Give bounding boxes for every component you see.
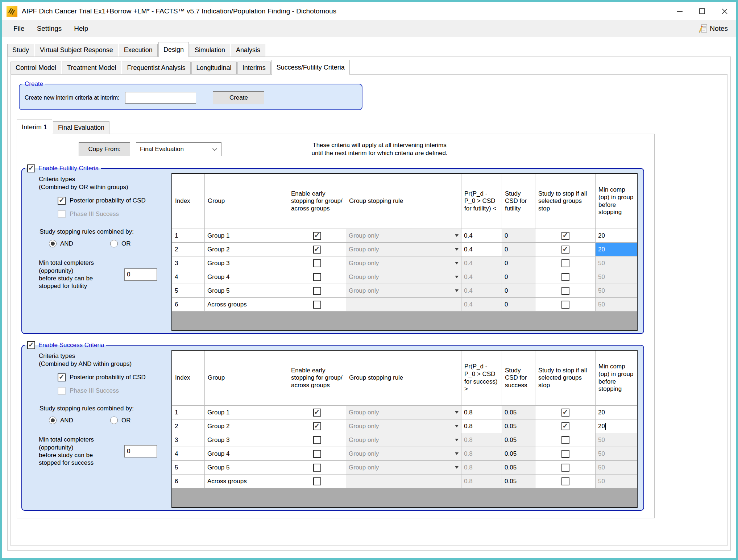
cell-pr-threshold[interactable]: 0.8 bbox=[461, 406, 502, 419]
tab-success-futility-criteria[interactable]: Success/Futility Criteria bbox=[271, 60, 350, 75]
cell-min-comp[interactable]: 50 bbox=[596, 433, 637, 447]
cell-group[interactable]: Group 2 bbox=[205, 419, 288, 433]
cell-study-to-stop[interactable] bbox=[535, 298, 596, 312]
cell-study-to-stop[interactable] bbox=[535, 284, 596, 298]
enable-early-stopping-checkbox[interactable] bbox=[313, 422, 321, 430]
notes-button[interactable]: Notes bbox=[695, 22, 731, 35]
cell-pr-threshold[interactable]: 0.4 bbox=[461, 243, 502, 256]
study-to-stop-checkbox[interactable] bbox=[561, 409, 569, 417]
cell-group[interactable]: Group 5 bbox=[205, 284, 288, 298]
cell-min-comp[interactable]: 50 bbox=[596, 284, 637, 298]
cell-study-to-stop[interactable] bbox=[535, 270, 596, 284]
cell-index[interactable]: 4 bbox=[172, 447, 205, 461]
tab-interim-1[interactable]: Interim 1 bbox=[17, 120, 52, 134]
cell-pr-threshold[interactable]: 0.8 bbox=[461, 461, 502, 475]
cell-study-csd[interactable]: 0 bbox=[502, 284, 535, 298]
cell-enable-early-stopping[interactable] bbox=[288, 447, 346, 461]
cell-pr-threshold[interactable]: 0.8 bbox=[461, 419, 502, 433]
cell-group[interactable]: Group 1 bbox=[205, 406, 288, 419]
cell-min-comp[interactable]: 20 bbox=[596, 243, 637, 256]
maximize-button[interactable] bbox=[691, 2, 713, 20]
cell-group[interactable]: Group 4 bbox=[205, 447, 288, 461]
cell-study-to-stop[interactable] bbox=[535, 406, 596, 419]
cell-study-csd[interactable]: 0 bbox=[502, 256, 535, 270]
cell-min-comp[interactable]: 50 bbox=[596, 447, 637, 461]
cell-group-stopping-rule[interactable]: Group only bbox=[346, 229, 461, 243]
cell-study-to-stop[interactable] bbox=[535, 461, 596, 475]
enable-early-stopping-checkbox[interactable] bbox=[313, 477, 321, 485]
create-button[interactable]: Create bbox=[213, 91, 264, 104]
enable-early-stopping-checkbox[interactable] bbox=[313, 464, 321, 472]
cell-enable-early-stopping[interactable] bbox=[288, 243, 346, 256]
cell-pr-threshold[interactable]: 0.8 bbox=[461, 447, 502, 461]
cell-pr-threshold[interactable]: 0.8 bbox=[461, 433, 502, 447]
cell-pr-threshold[interactable]: 0.4 bbox=[461, 229, 502, 243]
cell-group[interactable]: Across groups bbox=[205, 475, 288, 488]
cell-group-stopping-rule[interactable]: Group only bbox=[346, 284, 461, 298]
study-to-stop-checkbox[interactable] bbox=[561, 246, 569, 254]
copy-from-select[interactable]: Final Evaluation bbox=[136, 142, 221, 156]
cell-study-to-stop[interactable] bbox=[535, 475, 596, 488]
cell-group[interactable]: Group 5 bbox=[205, 461, 288, 475]
cell-study-csd[interactable]: 0.05 bbox=[502, 433, 535, 447]
cell-group-stopping-rule[interactable]: Group only bbox=[346, 419, 461, 433]
cell-enable-early-stopping[interactable] bbox=[288, 475, 346, 488]
tab-execution[interactable]: Execution bbox=[119, 44, 158, 57]
cell-group-stopping-rule[interactable]: Group only bbox=[346, 243, 461, 256]
tab-analysis[interactable]: Analysis bbox=[231, 44, 265, 57]
cell-enable-early-stopping[interactable] bbox=[288, 298, 346, 312]
combine-or-radio[interactable] bbox=[110, 417, 118, 424]
tab-control-model[interactable]: Control Model bbox=[11, 62, 61, 74]
cell-enable-early-stopping[interactable] bbox=[288, 256, 346, 270]
cell-group-stopping-rule[interactable]: Group only bbox=[346, 433, 461, 447]
cell-enable-early-stopping[interactable] bbox=[288, 406, 346, 419]
cell-study-to-stop[interactable] bbox=[535, 256, 596, 270]
cell-enable-early-stopping[interactable] bbox=[288, 433, 346, 447]
cell-index[interactable]: 1 bbox=[172, 406, 205, 419]
copy-from-button[interactable]: Copy From: bbox=[79, 142, 130, 156]
cell-group-stopping-rule[interactable]: Group only bbox=[346, 406, 461, 419]
combine-and-radio[interactable] bbox=[49, 240, 57, 247]
cell-index[interactable]: 5 bbox=[172, 284, 205, 298]
cell-min-comp[interactable]: 50 bbox=[596, 461, 637, 475]
cell-study-csd[interactable]: 0.05 bbox=[502, 461, 535, 475]
tab-interims[interactable]: Interims bbox=[237, 62, 271, 74]
combine-and-radio[interactable] bbox=[49, 417, 57, 424]
cell-enable-early-stopping[interactable] bbox=[288, 461, 346, 475]
cell-index[interactable]: 2 bbox=[172, 243, 205, 256]
cell-index[interactable]: 2 bbox=[172, 419, 205, 433]
cell-min-comp[interactable]: 20 bbox=[596, 419, 637, 433]
tab-treatment-model[interactable]: Treatment Model bbox=[62, 62, 121, 74]
cell-study-to-stop[interactable] bbox=[535, 433, 596, 447]
min-completers-input[interactable] bbox=[124, 268, 157, 281]
cell-min-comp[interactable]: 20 bbox=[596, 229, 637, 243]
cell-study-to-stop[interactable] bbox=[535, 419, 596, 433]
cell-index[interactable]: 1 bbox=[172, 229, 205, 243]
study-to-stop-checkbox[interactable] bbox=[561, 232, 569, 240]
menu-item-help[interactable]: Help bbox=[68, 22, 94, 35]
menu-item-settings[interactable]: Settings bbox=[31, 22, 68, 35]
combine-or-radio[interactable] bbox=[110, 240, 118, 247]
cell-index[interactable]: 5 bbox=[172, 461, 205, 475]
cell-min-comp[interactable]: 50 bbox=[596, 298, 637, 312]
cell-group-stopping-rule[interactable]: Group only bbox=[346, 270, 461, 284]
tab-study[interactable]: Study bbox=[7, 44, 34, 57]
cell-min-comp[interactable]: 20 bbox=[596, 406, 637, 419]
tab-frequentist-analysis[interactable]: Frequentist Analysis bbox=[122, 62, 190, 74]
cell-study-csd[interactable]: 0 bbox=[502, 270, 535, 284]
cell-group-stopping-rule[interactable]: Group only bbox=[346, 447, 461, 461]
study-to-stop-checkbox[interactable] bbox=[561, 422, 569, 430]
study-to-stop-checkbox[interactable] bbox=[561, 273, 569, 281]
cell-study-csd[interactable]: 0 bbox=[502, 298, 535, 312]
cell-study-csd[interactable]: 0.05 bbox=[502, 419, 535, 433]
enable-early-stopping-checkbox[interactable] bbox=[313, 287, 321, 295]
cell-study-csd[interactable]: 0.05 bbox=[502, 475, 535, 488]
cell-pr-threshold[interactable]: 0.8 bbox=[461, 475, 502, 488]
cell-group[interactable]: Across groups bbox=[205, 298, 288, 312]
cell-study-csd[interactable]: 0 bbox=[502, 243, 535, 256]
min-completers-input[interactable] bbox=[124, 445, 157, 457]
cell-study-csd[interactable]: 0.05 bbox=[502, 447, 535, 461]
enable-early-stopping-checkbox[interactable] bbox=[313, 436, 321, 444]
cell-pr-threshold[interactable]: 0.4 bbox=[461, 270, 502, 284]
study-to-stop-checkbox[interactable] bbox=[561, 259, 569, 267]
